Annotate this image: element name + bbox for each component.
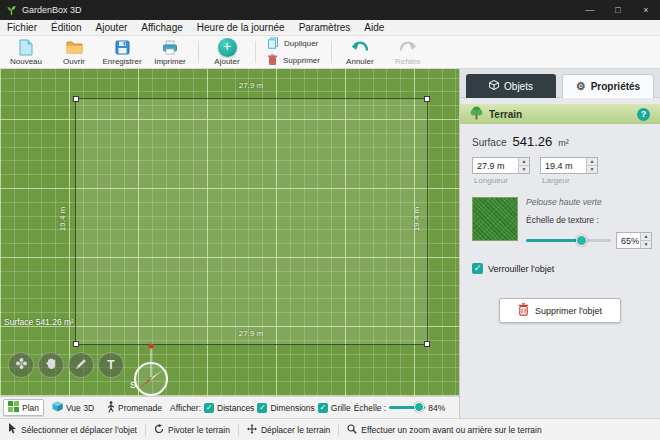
spin-up-icon: ▲ [519, 158, 529, 166]
new-button[interactable]: Nouveau [2, 37, 50, 67]
close-icon[interactable]: × [632, 0, 660, 20]
texture-scale-row: 65% ▲▼ [526, 232, 652, 249]
plan-label: Plan [22, 403, 39, 413]
plot-handle-top-left[interactable] [73, 96, 79, 102]
view-3d-button[interactable]: Vue 3D [47, 399, 99, 416]
walkthrough-label: Promenade [118, 403, 162, 413]
plot-handle-bottom-left[interactable] [73, 341, 79, 347]
undo-button[interactable]: Annuler [336, 37, 384, 67]
pan-tool-button[interactable] [38, 352, 64, 378]
length-stepper[interactable]: 27.9 m ▲▼ [472, 157, 530, 174]
status-separator [145, 424, 146, 436]
surface-unit: m² [558, 138, 569, 148]
grid-checkbox[interactable]: ✓ Grille [318, 403, 351, 413]
tab-objets[interactable]: Objets [466, 74, 556, 98]
plot-handle-top-right[interactable] [424, 96, 430, 102]
main-area: 27.9 m 27.9 m 19.4 m 19.4 m Surface 541.… [0, 69, 660, 418]
status-zoom: Effectuer un zoom avant ou arrière sur l… [347, 424, 541, 436]
garden-canvas[interactable]: 27.9 m 27.9 m 19.4 m 19.4 m Surface 541.… [0, 69, 459, 396]
dimension-label-right: 19.4 m [412, 207, 421, 231]
maximize-icon[interactable]: □ [604, 0, 632, 20]
slider-fill [526, 239, 581, 242]
texture-scale-label: Échelle de texture : [526, 215, 652, 225]
compass-gizmo[interactable]: S [124, 341, 178, 396]
new-label: Nouveau [10, 57, 42, 66]
menu-aide[interactable]: Aide [357, 20, 391, 36]
properties-panel: Objets ⚙ Propriétés Terrain ? Surface [460, 69, 660, 418]
menu-ajouter[interactable]: Ajouter [89, 20, 135, 36]
walkthrough-button[interactable]: Promenade [102, 399, 167, 416]
print-button[interactable]: Imprimer [146, 37, 194, 67]
status-move: Déplacer le terrain [247, 424, 330, 436]
tab-objets-label: Objets [504, 81, 533, 92]
menu-heure[interactable]: Heure de la journée [190, 20, 292, 36]
draw-tool-button[interactable] [68, 352, 94, 378]
tree-icon [470, 106, 483, 122]
terrain-plot[interactable] [75, 98, 428, 345]
title-bar: GardenBox 3D — □ × [0, 0, 660, 20]
view-bar: Plan Vue 3D Promenade Afficher: ✓ [0, 396, 459, 418]
tab-proprietes[interactable]: ⚙ Propriétés [562, 74, 654, 98]
slider-knob[interactable] [414, 402, 424, 412]
redo-button[interactable]: Refaire [384, 37, 432, 67]
text-tool-button[interactable]: T [98, 352, 124, 378]
duplicate-icon [267, 37, 279, 51]
lock-object-checkbox[interactable]: ✓ Verrouiller l'objet [468, 263, 652, 274]
move-icon [247, 424, 257, 436]
help-icon[interactable]: ? [637, 108, 650, 121]
lock-label: Verrouiller l'objet [488, 264, 554, 274]
width-stepper[interactable]: 19.4 m ▲▼ [540, 157, 598, 174]
length-spin-arrows[interactable]: ▲▼ [518, 158, 529, 173]
pencil-icon [75, 358, 87, 373]
menu-affichage[interactable]: Affichage [134, 20, 190, 36]
width-spin-arrows[interactable]: ▲▼ [586, 158, 597, 173]
distances-checkbox[interactable]: ✓ Distances [204, 403, 254, 413]
add-button[interactable]: + Ajouter [203, 37, 251, 67]
undo-label: Annuler [346, 57, 374, 66]
terrain-title: Terrain [489, 109, 522, 120]
gardenbox-window: GardenBox 3D — □ × Fichier Édition Ajout… [0, 0, 660, 440]
toolbar-separator [255, 41, 256, 63]
gear-icon: ⚙ [576, 80, 586, 93]
save-button[interactable]: Enregistrer [98, 37, 146, 67]
duplicate-button[interactable]: Dupliquer [267, 37, 320, 51]
texture-spin-arrows[interactable]: ▲▼ [640, 233, 651, 248]
redo-arrow-icon [398, 39, 418, 56]
cursor-icon [8, 423, 17, 436]
plant-tool-button[interactable] [8, 352, 34, 378]
printer-icon [162, 39, 178, 56]
terrain-header: Terrain ? [460, 104, 660, 124]
texture-swatch[interactable] [472, 197, 518, 241]
plan-view-button[interactable]: Plan [3, 399, 44, 416]
tab-proprietes-label: Propriétés [591, 81, 640, 92]
menu-parametres[interactable]: Paramètres [292, 20, 358, 36]
spin-down-icon: ▼ [519, 166, 529, 173]
toolbar-separator [331, 41, 332, 63]
menu-edition[interactable]: Édition [44, 20, 89, 36]
delete-button-toolbar[interactable]: Supprimer [267, 54, 320, 68]
trash-icon [267, 54, 278, 68]
window-controls: — □ × [576, 0, 660, 20]
duplicate-label: Dupliquer [284, 39, 318, 48]
dimensions-checkbox[interactable]: ✓ Dimensions [257, 403, 314, 413]
open-button[interactable]: Ouvrir [50, 37, 98, 67]
zoom-scale-slider[interactable] [389, 406, 425, 409]
status-bar: Sélectionner et déplacer l'objet Pivoter… [0, 418, 660, 440]
menu-fichier[interactable]: Fichier [0, 20, 44, 36]
texture-scale-stepper[interactable]: 65% ▲▼ [616, 232, 652, 249]
print-label: Imprimer [154, 57, 186, 66]
toolbar-separator [198, 41, 199, 63]
delete-object-button[interactable]: Supprimer l'objet [499, 298, 621, 323]
redo-label: Refaire [395, 57, 421, 66]
slider-knob[interactable] [576, 235, 587, 246]
minimize-icon[interactable]: — [576, 0, 604, 20]
grid-label: Grille [331, 403, 351, 413]
view-3d-label: Vue 3D [66, 403, 94, 413]
texture-scale-slider[interactable] [526, 239, 611, 242]
surface-label: Surface [472, 137, 506, 148]
surface-value: 541.26 [512, 134, 552, 149]
check-icon: ✓ [472, 263, 483, 274]
delete-label-toolbar: Supprimer [283, 56, 320, 65]
plot-handle-bottom-right[interactable] [424, 341, 430, 347]
panel-body: Terrain ? Surface 541.26 m² 27.9 m ▲▼ [460, 98, 660, 331]
